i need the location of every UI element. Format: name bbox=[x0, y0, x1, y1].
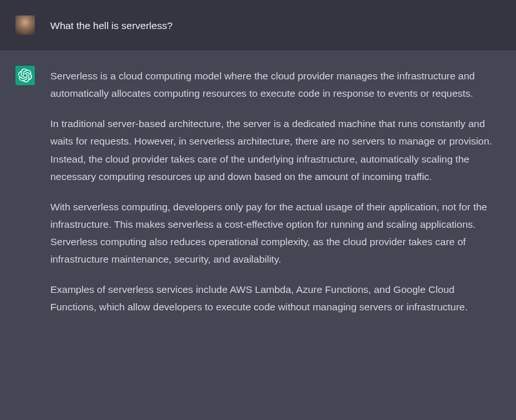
assistant-message-content: Serverless is a cloud computing model wh… bbox=[50, 66, 501, 316]
assistant-paragraph: Examples of serverless services include … bbox=[50, 281, 501, 315]
assistant-paragraph: With serverless computing, developers on… bbox=[50, 198, 501, 268]
assistant-paragraph: In traditional server-based architecture… bbox=[50, 115, 501, 185]
user-message-text: What the hell is serverless? bbox=[50, 20, 173, 31]
assistant-avatar bbox=[15, 66, 35, 85]
user-avatar-image bbox=[15, 15, 35, 35]
assistant-message: Serverless is a cloud computing model wh… bbox=[0, 50, 516, 332]
user-message-content: What the hell is serverless? bbox=[50, 15, 501, 35]
assistant-paragraph: Serverless is a cloud computing model wh… bbox=[50, 67, 501, 102]
user-avatar bbox=[15, 15, 35, 35]
openai-logo-icon bbox=[18, 68, 32, 83]
user-message: What the hell is serverless? bbox=[0, 0, 516, 50]
